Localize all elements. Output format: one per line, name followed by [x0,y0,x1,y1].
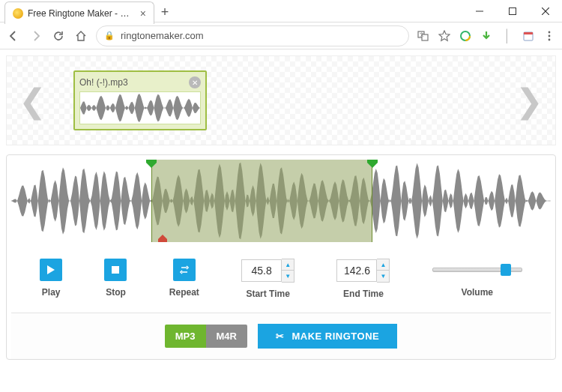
end-time-field[interactable] [336,259,377,282]
start-time-down[interactable]: ▼ [282,271,294,282]
extension-calendar-icon[interactable] [522,29,535,43]
window-close-button[interactable] [529,0,562,22]
start-time-input[interactable]: ▲▼ [241,259,294,283]
selection-end-handle[interactable] [367,160,378,168]
lock-icon: 🔒 [104,31,115,40]
selection-region[interactable] [151,160,372,242]
file-name: Oh! (-!).mp3 [79,77,128,88]
url-box[interactable]: 🔒 ringtonemaker.com [96,25,409,46]
end-time-label: End Time [343,289,384,299]
window-controls [463,0,562,22]
file-card[interactable]: Oh! (-!).mp3 ✕ [73,70,207,130]
svg-point-12 [549,34,551,37]
tab-close-icon[interactable]: × [140,7,146,19]
controls-row: Play Stop Repeat ▲▼ Start Time ▲▼ [11,242,551,313]
editor-panel: Play Stop Repeat ▲▼ Start Time ▲▼ [6,154,556,360]
play-label: Play [42,287,61,298]
start-time-field[interactable] [241,259,282,282]
output-bar: MP3 M4R ✂ MAKE RINGTONE [11,313,551,359]
tab-title: Free Ringtone Maker - Make Yo [28,8,134,19]
svg-rect-1 [510,7,516,14]
playhead-marker[interactable] [158,235,167,242]
address-bar: 🔒 ringtonemaker.com 文 │ [0,22,562,49]
volume-thumb[interactable] [501,264,511,276]
url-text: ringtonemaker.com [121,30,204,41]
end-time-input[interactable]: ▲▼ [336,259,390,283]
carousel-next-button[interactable]: ❯ [511,82,548,120]
file-thumbnail-waveform [79,91,201,124]
nav-forward-button[interactable] [28,28,43,43]
format-toggle: MP3 M4R [165,325,247,348]
window-minimize-button[interactable] [463,0,496,22]
svg-rect-10 [524,32,533,34]
download-arrow-icon[interactable] [480,29,493,43]
scissors-icon: ✂ [276,331,285,342]
volume-slider[interactable] [432,259,522,281]
make-ringtone-button[interactable]: ✂ MAKE RINGTONE [258,324,397,349]
nav-back-button[interactable] [6,28,21,43]
end-time-down[interactable]: ▼ [377,271,389,282]
stop-button[interactable] [104,259,127,281]
page-content: ❮ Oh! (-!).mp3 ✕ ❯ Play [0,49,562,366]
window-titlebar: Free Ringtone Maker - Make Yo × + [0,0,562,22]
carousel-prev-button[interactable]: ❮ [14,82,51,120]
start-time-label: Start Time [246,289,289,299]
start-time-up[interactable]: ▲ [282,259,294,271]
translate-icon[interactable]: 文 [417,29,430,43]
repeat-label: Repeat [169,287,199,298]
extension-circle-icon[interactable] [459,29,472,43]
file-carousel: ❮ Oh! (-!).mp3 ✕ ❯ [6,55,556,145]
repeat-button[interactable] [173,259,196,281]
browser-tab[interactable]: Free Ringtone Maker - Make Yo × [4,1,154,24]
svg-text:文: 文 [420,31,424,37]
nav-home-button[interactable] [73,28,88,43]
play-button[interactable] [40,259,62,281]
make-ringtone-label: MAKE RINGTONE [291,331,379,342]
bookmark-star-icon[interactable] [438,29,451,43]
format-mp3-button[interactable]: MP3 [165,325,206,348]
new-tab-button[interactable]: + [154,1,175,22]
selection-start-handle[interactable] [146,160,157,168]
file-remove-button[interactable]: ✕ [189,76,201,88]
svg-rect-15 [112,266,119,274]
waveform-area[interactable] [11,160,551,242]
svg-point-11 [549,31,551,33]
nav-reload-button[interactable] [51,28,66,43]
window-maximize-button[interactable] [496,0,529,22]
browser-menu-button[interactable] [543,29,556,43]
favicon [13,8,23,19]
end-time-up[interactable]: ▲ [377,259,389,271]
divider: │ [501,29,514,43]
svg-point-13 [549,38,551,40]
volume-label: Volume [462,287,493,298]
stop-label: Stop [106,287,126,298]
format-m4r-button[interactable]: M4R [206,325,247,348]
